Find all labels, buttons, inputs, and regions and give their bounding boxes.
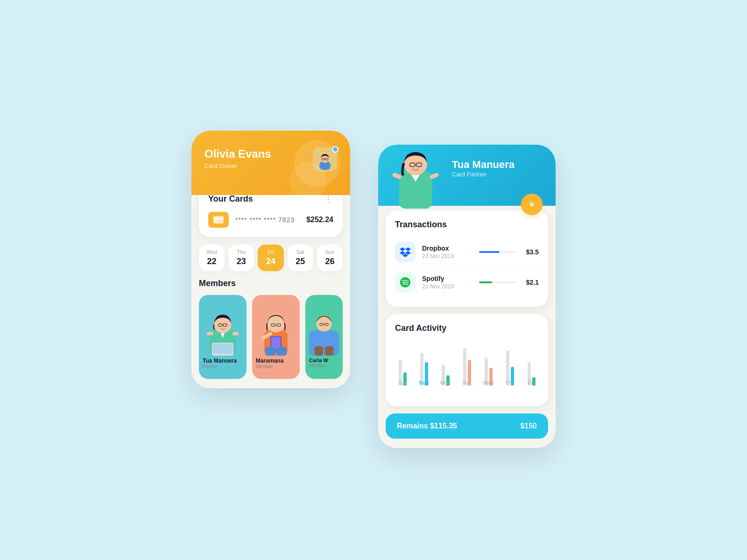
- owner-subtitle: Card Owner: [204, 162, 271, 169]
- spotify-info: Spotify 23 Nov 2019: [422, 275, 472, 290]
- svg-rect-35: [325, 346, 333, 356]
- carla-illustration: [305, 300, 343, 356]
- close-button[interactable]: ×: [521, 194, 543, 215]
- owner-name: Olivia Evans: [204, 147, 271, 161]
- chart-label-sun: Sun: [419, 380, 429, 385]
- member-carla[interactable]: Carla W Member: [305, 295, 343, 379]
- member-tua-figure: [199, 295, 247, 356]
- member-maramana-figure: [252, 295, 300, 356]
- chart-col-mon: Mon: [438, 341, 453, 385]
- spotify-icon: [400, 277, 411, 288]
- dropbox-bar-fill: [479, 251, 500, 253]
- chart-label-sat: Sat: [399, 380, 407, 385]
- spotify-bar-fill: [479, 281, 492, 283]
- tua-illustration: [202, 300, 244, 356]
- date-day-thu: Thu: [231, 249, 251, 255]
- date-day-fri: Fri: [261, 249, 281, 255]
- date-wed[interactable]: Wed 22: [199, 245, 225, 271]
- chart-label-tue: Tue: [463, 380, 472, 385]
- card-item[interactable]: **** **** **** 7823 $252.24: [208, 212, 333, 228]
- card-number: **** **** **** 7823: [235, 216, 300, 224]
- date-fri[interactable]: Fri 24: [258, 245, 283, 271]
- chart-col-fri: Fri: [524, 341, 539, 385]
- member-maramana-name: Maramana: [252, 356, 300, 364]
- budget-text: $150: [520, 422, 537, 430]
- date-day-sat: Sat: [290, 249, 310, 255]
- member-carla-role: Member: [305, 363, 343, 371]
- svg-rect-7: [213, 218, 224, 219]
- phone1-header: Olivia Evans Card Owner: [191, 131, 350, 195]
- members-title: Members: [199, 279, 343, 288]
- maramana-illustration: [255, 300, 297, 356]
- members-section: Members: [191, 279, 350, 379]
- spotify-name: Spotify: [422, 275, 472, 282]
- phone2: Tua Manuera Card Partner × Transactions: [378, 145, 556, 448]
- member-carla-figure: [305, 295, 343, 356]
- date-num-fri: 24: [261, 257, 281, 266]
- dropbox-icon: [400, 246, 411, 258]
- phone2-header: Tua Manuera Card Partner ×: [378, 145, 556, 206]
- chart-col-wed: Wed: [481, 341, 496, 385]
- phone1: Olivia Evans Card Owner: [191, 131, 350, 388]
- app-container: Olivia Evans Card Owner: [191, 131, 556, 448]
- svg-rect-28: [276, 347, 287, 356]
- svg-rect-27: [265, 347, 275, 356]
- dropbox-amount: $3.5: [521, 248, 539, 256]
- chart-label-wed: Wed: [483, 380, 493, 385]
- svg-rect-18: [232, 332, 239, 335]
- chart-label-fri: Fri: [529, 380, 535, 385]
- member-maramana[interactable]: Maramana Member: [252, 295, 300, 379]
- date-thu[interactable]: Thu 23: [228, 245, 254, 271]
- spotify-icon-box: [395, 272, 416, 293]
- phone1-body: Your Cards ⋮ **** **** **** 7823 $252.24: [191, 184, 350, 388]
- member-tua[interactable]: Tua Manuera Partner: [199, 295, 247, 379]
- spotify-bar-amount: $2.1: [479, 279, 539, 286]
- partner-name: Tua Manuera: [452, 159, 543, 171]
- svg-rect-8: [214, 221, 217, 222]
- member-maramana-role: Member: [252, 364, 300, 372]
- date-num-sat: 25: [290, 257, 310, 266]
- transaction-spotify: Spotify 23 Nov 2019 $2.1: [395, 267, 539, 297]
- transaction-dropbox: Dropbox 23 Nov 2019 $3.5: [395, 237, 539, 267]
- dropbox-date: 23 Nov 2019: [422, 253, 472, 259]
- cards-title: Your Cards: [208, 194, 253, 204]
- spotify-amount: $2.1: [521, 279, 539, 286]
- dropbox-info: Dropbox 23 Nov 2019: [422, 245, 472, 259]
- svg-rect-42: [392, 172, 402, 179]
- date-num-wed: 22: [202, 257, 222, 266]
- svg-rect-29: [309, 330, 339, 356]
- activity-title: Card Activity: [395, 323, 539, 333]
- date-sat[interactable]: Sat 25: [288, 245, 313, 271]
- bottom-bar: Remains $115.35 $150: [386, 413, 548, 439]
- date-num-sun: 26: [320, 257, 340, 266]
- svg-rect-43: [429, 172, 439, 179]
- dropbox-bar-amount: $3.5: [479, 248, 539, 256]
- card-amount: $252.24: [306, 216, 333, 224]
- members-row: Tua Manuera Partner: [199, 295, 343, 379]
- member-tua-role: Partner: [199, 364, 247, 372]
- svg-rect-17: [207, 332, 213, 335]
- date-sun[interactable]: Sun 26: [317, 245, 343, 271]
- chart-label-thu: Thu: [506, 380, 514, 385]
- svg-rect-34: [315, 346, 323, 356]
- date-day-sun: Sun: [320, 249, 340, 255]
- chart-col-sun: Sun: [416, 341, 431, 385]
- date-row: Wed 22 Thu 23 Fri 24 Sat 25 Sun 26: [191, 245, 350, 271]
- avatar[interactable]: [313, 147, 337, 172]
- spotify-bar: [479, 281, 516, 283]
- date-day-wed: Wed: [202, 249, 222, 255]
- remains-text: Remains $115.35: [397, 422, 457, 430]
- phone2-header-text: Tua Manuera Card Partner: [452, 159, 543, 178]
- partner-subtitle: Card Partner: [452, 171, 543, 178]
- svg-rect-6: [213, 216, 224, 224]
- avatar-status-dot: [332, 146, 338, 153]
- member-tua-name: Tua Manuera: [199, 356, 247, 364]
- chart-label-mon: Mon: [440, 380, 450, 385]
- date-num-thu: 23: [231, 257, 251, 266]
- chart-col-tue: Tue: [459, 341, 474, 385]
- activity-section: Card Activity Sat: [386, 314, 548, 406]
- chart-col-thu: Thu: [502, 341, 517, 385]
- chart-area: Sat Sun: [395, 341, 539, 397]
- tua2-illustration: [388, 145, 444, 209]
- phone2-person: [388, 145, 444, 210]
